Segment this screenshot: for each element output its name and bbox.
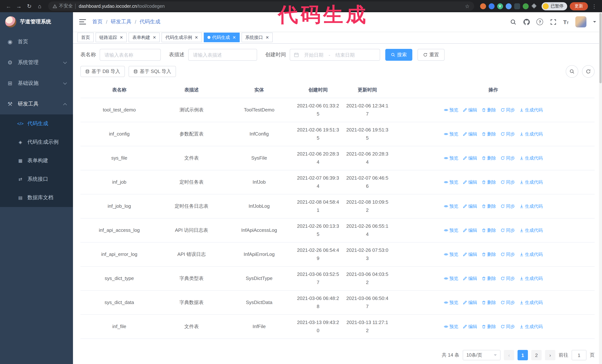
tab-codegen-example[interactable]: 代码生成示例✕: [162, 32, 202, 42]
breadcrumb-devtools[interactable]: 研发工具: [111, 19, 131, 25]
url-bar[interactable]: 不安全 dashboard.yudao.iocoder.cn /tool/cod…: [48, 1, 474, 11]
action-delete[interactable]: 删除: [482, 322, 496, 331]
action-generate[interactable]: 生成代码: [519, 130, 543, 138]
action-preview[interactable]: 预览: [444, 154, 458, 162]
action-edit[interactable]: 编辑: [463, 299, 477, 307]
close-icon[interactable]: ✕: [195, 35, 198, 40]
vue-devtools-extension-icon[interactable]: V: [497, 3, 503, 9]
sidebar-item-devtools[interactable]: ⚒ 研发工具: [0, 94, 73, 114]
action-edit[interactable]: 编辑: [463, 106, 477, 114]
tab-codegen[interactable]: 代码生成✕: [204, 32, 239, 42]
font-size-icon[interactable]: TT: [563, 19, 569, 25]
github-icon[interactable]: [523, 19, 530, 25]
action-edit[interactable]: 编辑: [463, 322, 477, 331]
action-edit[interactable]: 编辑: [463, 274, 477, 282]
page-button-2[interactable]: 2: [531, 350, 542, 360]
extension-icon[interactable]: [514, 3, 520, 9]
action-sync[interactable]: 同步: [501, 274, 515, 282]
home-icon[interactable]: ⌂: [35, 1, 44, 11]
action-preview[interactable]: 预览: [444, 299, 458, 307]
next-page-button[interactable]: ›: [545, 350, 555, 360]
search-button[interactable]: 搜索: [385, 49, 412, 61]
action-generate[interactable]: 生成代码: [519, 106, 543, 114]
close-icon[interactable]: ✕: [266, 35, 269, 40]
bookmark-star-icon[interactable]: ☆: [465, 3, 470, 9]
action-edit[interactable]: 编辑: [463, 250, 477, 259]
action-preview[interactable]: 预览: [444, 322, 458, 331]
caret-down-icon[interactable]: [593, 21, 596, 24]
tab-home[interactable]: 首页: [77, 32, 94, 42]
action-preview[interactable]: 预览: [444, 250, 458, 259]
forward-icon[interactable]: →: [14, 1, 24, 11]
action-delete[interactable]: 删除: [482, 299, 496, 307]
action-sync[interactable]: 同步: [501, 322, 515, 331]
search-icon[interactable]: [510, 19, 516, 25]
action-delete[interactable]: 删除: [482, 154, 496, 162]
action-sync[interactable]: 同步: [501, 250, 515, 259]
profile-paused-badge[interactable]: 已暂停: [541, 2, 567, 10]
action-sync[interactable]: 同步: [501, 226, 515, 234]
action-sync[interactable]: 同步: [501, 202, 515, 210]
action-generate[interactable]: 生成代码: [519, 274, 543, 282]
action-generate[interactable]: 生成代码: [519, 226, 543, 234]
action-delete[interactable]: 删除: [482, 178, 496, 186]
action-sync[interactable]: 同步: [501, 106, 515, 114]
refresh-table-button[interactable]: [582, 65, 595, 78]
fullscreen-icon[interactable]: [550, 19, 557, 25]
extensions-puzzle-icon[interactable]: [531, 3, 537, 9]
back-icon[interactable]: ←: [4, 1, 13, 11]
date-end-input[interactable]: [333, 52, 358, 58]
action-preview[interactable]: 预览: [444, 202, 458, 210]
action-preview[interactable]: 预览: [444, 130, 458, 138]
help-icon[interactable]: ?: [537, 19, 543, 25]
action-preview[interactable]: 预览: [444, 274, 458, 282]
table-desc-input[interactable]: [192, 52, 253, 58]
action-sync[interactable]: 同步: [501, 178, 515, 186]
sidebar-item-db-doc[interactable]: ▤ 数据库文档: [0, 188, 73, 207]
reset-button[interactable]: 重置: [418, 49, 445, 61]
action-sync[interactable]: 同步: [501, 130, 515, 138]
action-generate[interactable]: 生成代码: [519, 250, 543, 259]
action-delete[interactable]: 删除: [482, 250, 496, 259]
tab-system-api[interactable]: 系统接口✕: [242, 32, 273, 42]
browser-update-button[interactable]: 更新: [570, 2, 588, 10]
action-delete[interactable]: 删除: [482, 226, 496, 234]
action-sync[interactable]: 同步: [501, 299, 515, 307]
scrollbar-thumb[interactable]: [599, 13, 602, 83]
action-generate[interactable]: 生成代码: [519, 178, 543, 186]
action-delete[interactable]: 删除: [482, 202, 496, 210]
import-sql-button[interactable]: 基于 SQL 导入: [129, 66, 176, 77]
table-name-input[interactable]: [104, 52, 157, 58]
sidebar-item-infrastructure[interactable]: ⊞ 基础设施: [0, 73, 73, 94]
close-icon[interactable]: ✕: [232, 35, 236, 40]
sidebar-item-system-api[interactable]: ⇄ 系统接口: [0, 170, 73, 188]
action-preview[interactable]: 预览: [444, 178, 458, 186]
prev-page-button[interactable]: ‹: [504, 350, 514, 360]
tab-tracing[interactable]: 链路追踪✕: [96, 32, 127, 42]
tab-form-builder[interactable]: 表单构建✕: [129, 32, 160, 42]
action-delete[interactable]: 删除: [482, 274, 496, 282]
action-preview[interactable]: 预览: [444, 226, 458, 234]
action-edit[interactable]: 编辑: [463, 130, 477, 138]
action-edit[interactable]: 编辑: [463, 202, 477, 210]
action-preview[interactable]: 预览: [444, 106, 458, 114]
sidebar-item-system[interactable]: ⚙ 系统管理: [0, 52, 73, 73]
breadcrumb-home[interactable]: 首页: [92, 19, 103, 25]
action-generate[interactable]: 生成代码: [519, 322, 543, 331]
sidebar-item-codegen[interactable]: </> 代码生成: [0, 114, 73, 133]
action-edit[interactable]: 编辑: [463, 226, 477, 234]
page-scrollbar[interactable]: [599, 12, 602, 364]
user-avatar[interactable]: [575, 16, 586, 27]
extension-icon[interactable]: [488, 3, 494, 9]
date-range-picker[interactable]: -: [290, 49, 380, 61]
action-edit[interactable]: 编辑: [463, 154, 477, 162]
action-delete[interactable]: 删除: [482, 130, 496, 138]
date-start-input[interactable]: [301, 52, 326, 58]
extension-icon[interactable]: [523, 3, 528, 9]
action-generate[interactable]: 生成代码: [519, 154, 543, 162]
hamburger-icon[interactable]: [79, 19, 86, 25]
action-generate[interactable]: 生成代码: [519, 299, 543, 307]
goto-page-input[interactable]: [572, 350, 586, 360]
toggle-search-button[interactable]: [566, 65, 578, 78]
close-icon[interactable]: ✕: [153, 35, 156, 40]
